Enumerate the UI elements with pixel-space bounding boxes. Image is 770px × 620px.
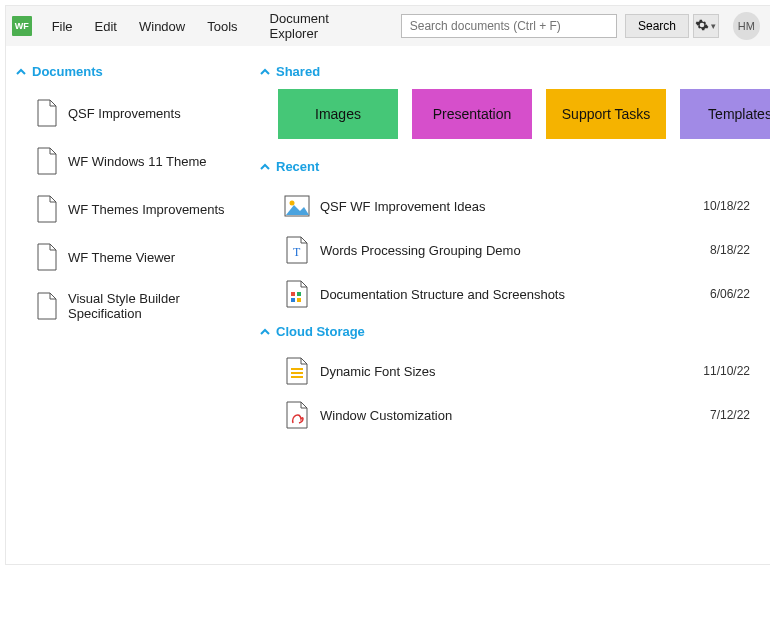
svg-rect-5: [291, 298, 295, 302]
cloud-item[interactable]: Window Customization 7/12/22: [260, 393, 770, 437]
section-header-label: Recent: [276, 159, 319, 174]
section-header-recent[interactable]: Recent: [260, 159, 770, 174]
grid-file-icon: [284, 280, 310, 308]
menubar: WF File Edit Window Tools Document Explo…: [6, 6, 770, 46]
settings-button[interactable]: ▾: [693, 14, 719, 38]
recent-item-date: 6/06/22: [710, 287, 750, 301]
image-file-icon: [284, 192, 310, 220]
app-window: WF File Edit Window Tools Document Explo…: [5, 5, 770, 565]
menu-tools[interactable]: Tools: [197, 13, 247, 40]
document-icon: [36, 147, 58, 175]
recent-item-name: Documentation Structure and Screenshots: [320, 287, 700, 302]
sidebar-item-label: WF Windows 11 Theme: [68, 154, 206, 169]
tile-support-tasks[interactable]: Support Tasks: [546, 89, 666, 139]
text-file-icon: T: [284, 236, 310, 264]
menu-edit[interactable]: Edit: [85, 13, 127, 40]
sidebar-item-label: WF Theme Viewer: [68, 250, 175, 265]
sidebar-header-documents[interactable]: Documents: [16, 64, 252, 79]
chevron-down-icon: ▾: [711, 21, 716, 31]
cloud-item-date: 7/12/22: [710, 408, 750, 422]
recent-item[interactable]: T Words Processing Grouping Demo 8/18/22: [260, 228, 770, 272]
menu-file[interactable]: File: [42, 13, 83, 40]
tile-templates[interactable]: Templates: [680, 89, 770, 139]
sidebar-header-label: Documents: [32, 64, 103, 79]
svg-rect-4: [297, 292, 301, 296]
recent-item-date: 10/18/22: [703, 199, 750, 213]
sidebar: Documents QSF Improvements WF Windows 11…: [6, 46, 256, 564]
search-button[interactable]: Search: [625, 14, 689, 38]
app-logo: WF: [12, 16, 32, 36]
document-icon: [36, 195, 58, 223]
svg-text:T: T: [293, 245, 301, 259]
recent-item-name: Words Processing Grouping Demo: [320, 243, 700, 258]
sidebar-item-label: QSF Improvements: [68, 106, 181, 121]
chevron-up-icon: [260, 327, 270, 337]
tile-images[interactable]: Images: [278, 89, 398, 139]
sidebar-item[interactable]: QSF Improvements: [16, 89, 252, 137]
lines-file-icon: [284, 357, 310, 385]
recent-item[interactable]: Documentation Structure and Screenshots …: [260, 272, 770, 316]
gear-icon: [695, 18, 709, 35]
cloud-item[interactable]: Dynamic Font Sizes 11/10/22: [260, 349, 770, 393]
document-icon: [36, 99, 58, 127]
sidebar-item[interactable]: WF Themes Improvements: [16, 185, 252, 233]
sidebar-item[interactable]: WF Windows 11 Theme: [16, 137, 252, 185]
recent-item-name: QSF WF Improvement Ideas: [320, 199, 693, 214]
recent-item[interactable]: QSF WF Improvement Ideas 10/18/22: [260, 184, 770, 228]
chevron-up-icon: [260, 162, 270, 172]
sidebar-item-label: Visual Style Builder Specification: [68, 291, 246, 321]
pdf-file-icon: [284, 401, 310, 429]
shared-tiles: Images Presentation Support Tasks Templa…: [278, 89, 770, 139]
svg-point-1: [290, 201, 295, 206]
tile-presentation[interactable]: Presentation: [412, 89, 532, 139]
svg-rect-6: [297, 298, 301, 302]
document-icon: [36, 243, 58, 271]
cloud-item-name: Dynamic Font Sizes: [320, 364, 693, 379]
recent-item-date: 8/18/22: [710, 243, 750, 257]
document-icon: [36, 292, 58, 320]
avatar[interactable]: HM: [733, 12, 760, 40]
cloud-item-date: 11/10/22: [703, 364, 750, 378]
section-header-shared[interactable]: Shared: [260, 64, 770, 79]
section-header-label: Shared: [276, 64, 320, 79]
sidebar-item[interactable]: WF Theme Viewer: [16, 233, 252, 281]
search-input[interactable]: [401, 14, 617, 38]
cloud-item-name: Window Customization: [320, 408, 700, 423]
menu-window[interactable]: Window: [129, 13, 195, 40]
svg-rect-3: [291, 292, 295, 296]
sidebar-item-label: WF Themes Improvements: [68, 202, 225, 217]
chevron-up-icon: [16, 67, 26, 77]
main-content: Shared Images Presentation Support Tasks…: [256, 46, 770, 564]
sidebar-item[interactable]: Visual Style Builder Specification: [16, 281, 252, 331]
page-title: Document Explorer: [260, 5, 389, 47]
section-header-cloud[interactable]: Cloud Storage: [260, 324, 770, 339]
chevron-up-icon: [260, 67, 270, 77]
section-header-label: Cloud Storage: [276, 324, 365, 339]
